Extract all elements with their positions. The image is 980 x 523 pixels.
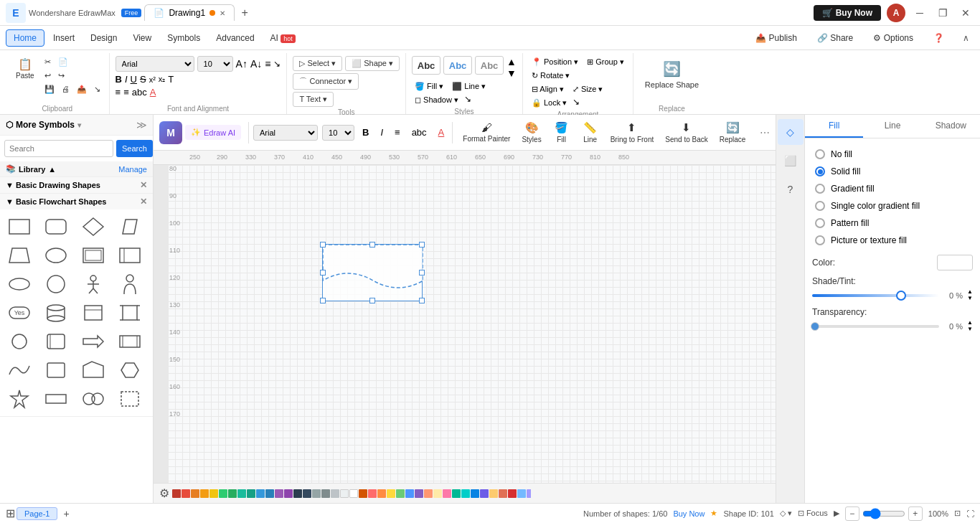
canvas-italic-btn[interactable]: I: [377, 126, 387, 139]
user-avatar[interactable]: A: [887, 4, 905, 22]
help-panel-btn[interactable]: ?: [778, 176, 804, 202]
palette-color[interactable]: [182, 489, 190, 498]
size-btn[interactable]: ⤢ Size ▾: [570, 83, 606, 95]
expand-clipboard[interactable]: ↘: [91, 83, 103, 95]
print-btn[interactable]: 🖨: [59, 83, 72, 95]
styles-expand[interactable]: ▲▼: [507, 56, 517, 79]
help-btn[interactable]: ❓: [926, 30, 951, 46]
line-tab[interactable]: Line: [863, 115, 921, 138]
superscript-btn[interactable]: x²: [149, 75, 156, 84]
color-swatch[interactable]: [937, 255, 973, 270]
drawing-tab[interactable]: 📄 Drawing1 ✕: [144, 4, 235, 21]
palette-color[interactable]: [275, 489, 283, 498]
shape-person2[interactable]: [115, 271, 145, 297]
handle-top-mid[interactable]: [369, 242, 375, 248]
canvas-area[interactable]: 250 290 330 370 410 450 490 530 570 610 …: [154, 151, 776, 503]
expand-styles[interactable]: ↘: [464, 94, 471, 106]
undo-btn[interactable]: ↩: [42, 70, 54, 82]
transparency-down-btn[interactable]: ▼: [967, 326, 973, 332]
palette-color[interactable]: [349, 489, 358, 498]
drawing-shapes-header[interactable]: ▼ Basic Drawing Shapes ✕: [0, 177, 153, 193]
palette-color[interactable]: [405, 489, 414, 498]
palette-color[interactable]: [387, 489, 395, 498]
minimize-btn[interactable]: ─: [911, 4, 928, 22]
palette-color[interactable]: [265, 489, 274, 498]
palette-color[interactable]: [219, 489, 227, 498]
manage-library-link[interactable]: Manage: [118, 165, 147, 174]
shape-double-rect[interactable]: [78, 242, 108, 268]
palette-color[interactable]: [452, 489, 461, 498]
canvas-size-select[interactable]: 10: [322, 125, 354, 141]
handle-top-right[interactable]: [419, 242, 425, 248]
shape-striped-rect[interactable]: [115, 242, 145, 268]
shape-scroll[interactable]: [41, 329, 71, 354]
palette-color[interactable]: [368, 489, 377, 498]
align-btn[interactable]: ≡: [265, 58, 270, 70]
palette-color[interactable]: [433, 489, 442, 498]
shade-up-btn[interactable]: ▲: [967, 289, 973, 295]
zoom-out-btn[interactable]: −: [845, 506, 859, 521]
palette-color[interactable]: [293, 489, 302, 498]
flowchart-shapes-close-btn[interactable]: ✕: [140, 197, 147, 207]
palette-color[interactable]: [415, 489, 423, 498]
menu-home[interactable]: Home: [6, 29, 44, 47]
font-size-up-btn[interactable]: A↑: [236, 58, 248, 70]
style-swatch-2[interactable]: Abc: [443, 56, 472, 75]
pattern-fill-option[interactable]: Pattern fill: [812, 215, 973, 232]
shape-circle[interactable]: [41, 271, 71, 297]
menu-design[interactable]: Design: [83, 30, 124, 46]
shape-pentagon[interactable]: [78, 357, 108, 383]
shape-diamond[interactable]: [78, 214, 108, 240]
palette-color[interactable]: [303, 489, 311, 498]
palette-color[interactable]: [312, 489, 321, 498]
bullet-list-btn[interactable]: ≡: [123, 87, 129, 98]
format-painter-btn[interactable]: 🖌 Format Painter: [457, 118, 516, 146]
shape-oval-small[interactable]: [4, 271, 34, 297]
shape-cylinder[interactable]: [41, 300, 71, 326]
drawing-shapes-close-btn[interactable]: ✕: [140, 180, 147, 190]
palette-color[interactable]: [424, 489, 433, 498]
palette-color[interactable]: [331, 489, 339, 498]
shape-extra4[interactable]: [115, 386, 145, 412]
font-size-down-btn[interactable]: A↓: [250, 58, 262, 70]
style-swatch-1[interactable]: Abc: [412, 56, 440, 75]
redo-btn[interactable]: ↪: [55, 70, 67, 82]
rotate-btn[interactable]: ↻ Rotate ▾: [529, 70, 573, 82]
save-btn[interactable]: 💾: [42, 83, 57, 95]
properties-panel-btn[interactable]: ⬜: [778, 148, 804, 174]
shape-note[interactable]: [41, 357, 71, 383]
handle-bottom-right[interactable]: [419, 298, 425, 303]
focus-btn[interactable]: ⊡ Focus: [798, 509, 828, 518]
line-style-btn[interactable]: ⬛ Line ▾: [449, 80, 489, 93]
ribbon-collapse-btn[interactable]: ∧: [957, 29, 974, 47]
send-to-back-btn[interactable]: ⬇ Send to Back: [659, 118, 713, 146]
font-size-select[interactable]: 10: [197, 56, 233, 72]
shape-person[interactable]: [78, 271, 108, 297]
expand-pages-btn[interactable]: ⊞: [6, 506, 15, 520]
shape-yes[interactable]: Yes: [4, 300, 34, 326]
align-btn2[interactable]: ⊟ Align ▾: [529, 83, 567, 95]
shape-select-btn[interactable]: ◇ ▾: [780, 509, 792, 518]
canvas-align-btn[interactable]: ≡: [391, 126, 404, 139]
style-swatch-3[interactable]: Abc: [475, 56, 504, 75]
underline-btn[interactable]: U: [131, 74, 137, 85]
handle-bottom-left[interactable]: [320, 298, 326, 303]
shape-arrow-right[interactable]: [78, 329, 108, 354]
select-btn[interactable]: ▷ Select ▾: [293, 56, 342, 71]
solid-fill-option[interactable]: Solid fill: [812, 163, 973, 180]
shape-extra2[interactable]: [41, 386, 71, 412]
italic-btn[interactable]: I: [125, 74, 128, 85]
fullscreen-btn[interactable]: ⛶: [966, 509, 974, 518]
palette-color[interactable]: [359, 489, 367, 498]
handle-bottom-mid[interactable]: [369, 298, 375, 303]
shape-film[interactable]: [115, 300, 145, 326]
shape-rect-rounded-top[interactable]: [78, 300, 108, 326]
shape-btn[interactable]: ⬜ Shape ▾: [345, 56, 400, 71]
handle-mid-left[interactable]: [320, 270, 326, 275]
fill-panel-btn[interactable]: ◇: [778, 119, 804, 145]
bold-btn[interactable]: B: [116, 74, 122, 85]
connector-btn[interactable]: ⌒ Connector ▾: [293, 73, 359, 90]
shape-rectangle[interactable]: [4, 214, 34, 240]
font-color-btn[interactable]: A: [150, 87, 156, 98]
shape-trapezoid[interactable]: [4, 242, 34, 268]
